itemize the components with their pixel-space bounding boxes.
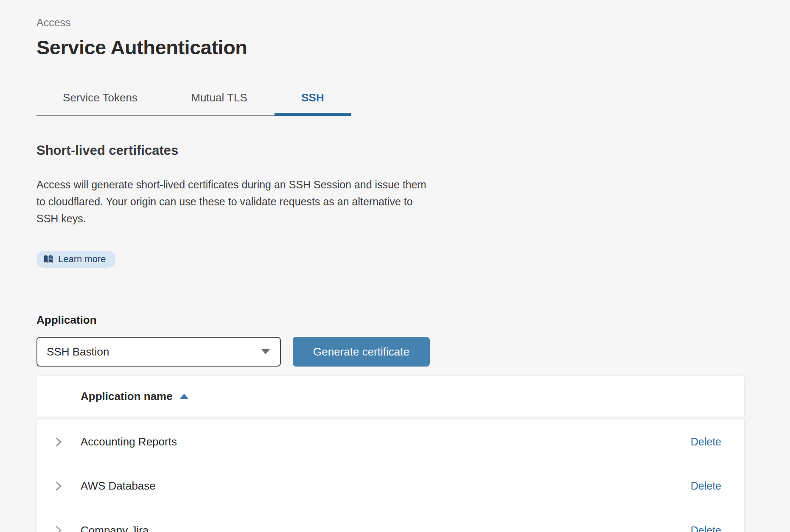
application-name: Company Jira — [81, 524, 691, 532]
column-header-label: Application name — [81, 390, 173, 403]
sort-ascending-icon — [179, 394, 189, 399]
page-title: Service Authentication — [36, 36, 744, 59]
page-content: Access Service Authentication Service To… — [0, 0, 790, 532]
application-select-value: SSH Bastion — [47, 345, 109, 358]
breadcrumb: Access — [36, 16, 744, 29]
learn-more-label: Learn more — [58, 254, 106, 265]
table-body: Accounting Reports Delete AWS Database D… — [36, 420, 744, 532]
certificate-controls: SSH Bastion Generate certificate — [36, 337, 744, 367]
learn-more-button[interactable]: Learn more — [36, 251, 115, 268]
service-authentication-page: Access Service Authentication Service To… — [0, 0, 790, 532]
book-icon — [43, 255, 53, 263]
row-action: Delete — [691, 480, 744, 492]
table-row: Accounting Reports Delete — [36, 420, 744, 464]
tab-mutual-tls[interactable]: Mutual TLS — [164, 91, 275, 116]
chevron-right-icon — [54, 525, 63, 532]
application-name: AWS Database — [81, 479, 691, 493]
chevron-right-icon — [54, 437, 63, 448]
tab-bar: Service Tokens Mutual TLS SSH — [36, 91, 351, 116]
section-description: Access will generate short-lived certifi… — [36, 176, 433, 227]
application-field-label: Application — [36, 314, 744, 327]
row-expand-button[interactable] — [36, 437, 81, 448]
delete-link[interactable]: Delete — [691, 524, 721, 532]
delete-link[interactable]: Delete — [691, 436, 721, 448]
row-action: Delete — [691, 436, 744, 448]
column-header-application-name[interactable]: Application name — [81, 390, 189, 403]
tab-ssh[interactable]: SSH — [275, 91, 351, 116]
application-name: Accounting Reports — [81, 435, 691, 448]
section-heading: Short-lived certificates — [36, 143, 744, 158]
row-action: Delete — [691, 524, 744, 532]
application-select[interactable]: SSH Bastion — [36, 337, 281, 367]
row-expand-button[interactable] — [36, 525, 81, 532]
chevron-down-icon — [261, 349, 270, 354]
chevron-right-icon — [54, 481, 63, 492]
tab-service-tokens[interactable]: Service Tokens — [36, 91, 164, 116]
delete-link[interactable]: Delete — [691, 480, 721, 492]
table-row: Company Jira Delete — [36, 508, 744, 532]
table-header: Application name — [36, 376, 744, 417]
generate-certificate-button[interactable]: Generate certificate — [293, 337, 430, 367]
table-row: AWS Database Delete — [36, 464, 744, 508]
row-expand-button[interactable] — [36, 481, 81, 492]
